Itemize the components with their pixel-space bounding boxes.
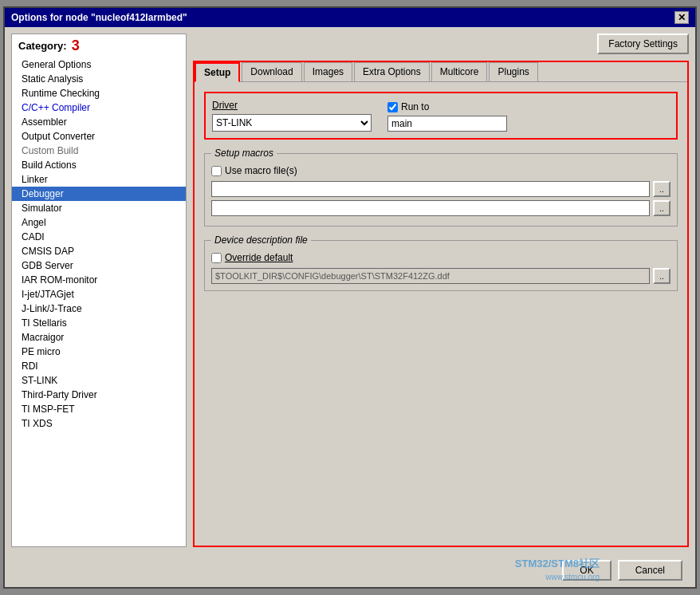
sidebar-item-third-party-driver[interactable]: Third-Party Driver — [12, 388, 186, 402]
sidebar-item-general-options[interactable]: General Options — [12, 57, 186, 72]
macro-input-2[interactable] — [211, 200, 650, 216]
device-browse-btn[interactable]: .. — [653, 268, 671, 284]
override-checkbox[interactable] — [211, 253, 222, 263]
sidebar-item-linker[interactable]: Linker — [12, 172, 186, 187]
run-to-input[interactable]: main — [387, 116, 507, 132]
sidebar-item-cmsis-dap[interactable]: CMSIS DAP — [12, 244, 186, 258]
tabs-row: Setup Download Images Extra Options Mult… — [195, 62, 687, 82]
sidebar-item-static-analysis[interactable]: Static Analysis — [12, 72, 186, 86]
sidebar: Category: 3 General Options Static Analy… — [11, 33, 187, 547]
sidebar-item-custom-build[interactable]: Custom Build — [12, 144, 186, 158]
main-panel: Factory Settings Setup Download Images E… — [193, 33, 689, 547]
sidebar-item-simulator[interactable]: Simulator — [12, 201, 186, 215]
driver-group: Driver ST-LINKSimulatorAngelCADICMSIS DA… — [212, 100, 372, 132]
sidebar-item-runtime-checking[interactable]: Runtime Checking — [12, 86, 186, 100]
run-to-group: Run to main — [387, 101, 507, 132]
cancel-button[interactable]: Cancel — [618, 560, 682, 581]
macro-browse-btn-2[interactable]: .. — [653, 200, 671, 216]
watermark: STM32/STM8社区 www.stmcu.org — [515, 557, 600, 584]
macro-input-row-1: .. — [211, 181, 671, 197]
setup-macros-legend: Setup macros — [211, 148, 277, 159]
tab-setup[interactable]: Setup — [195, 62, 240, 82]
sidebar-item-i-jet-jtagjet[interactable]: I-jet/JTAGjet — [12, 287, 186, 301]
dialog-body: Category: 3 General Options Static Analy… — [5, 27, 695, 554]
run-to-row: Run to — [387, 101, 507, 112]
category-label: Category: 3 — [12, 34, 186, 57]
macro-browse-btn-1[interactable]: .. — [653, 181, 671, 197]
override-row: Override default — [211, 252, 671, 263]
dialog-footer: STM32/STM8社区 www.stmcu.org OK Cancel — [5, 554, 695, 587]
main-dialog: Options for node "nucleof412Iarmbed" ✕ C… — [3, 6, 697, 589]
sidebar-item-debugger[interactable]: Debugger — [12, 187, 186, 201]
device-description-section: Device description file Override default… — [204, 234, 678, 291]
sidebar-item-ti-msp-fet[interactable]: TI MSP-FET — [12, 402, 186, 416]
device-input-row: $TOOLKIT_DIR$\CONFIG\debugger\ST\STM32F4… — [211, 268, 671, 284]
sidebar-item-ti-xds[interactable]: TI XDS — [12, 416, 186, 431]
category-number: 3 — [72, 37, 80, 54]
dialog-title: Options for node "nucleof412Iarmbed" — [11, 12, 187, 23]
driver-select[interactable]: ST-LINKSimulatorAngelCADICMSIS DAPGDB Se… — [212, 114, 372, 132]
run-to-checkbox[interactable] — [387, 102, 398, 112]
category-text: Category: — [18, 40, 67, 52]
tab-download[interactable]: Download — [242, 62, 301, 82]
sidebar-item-macraigor[interactable]: Macraigor — [12, 330, 186, 345]
sidebar-item-rdi[interactable]: RDI — [12, 359, 186, 373]
sidebar-item-angel[interactable]: Angel — [12, 215, 186, 230]
sidebar-item-gdb-server[interactable]: GDB Server — [12, 258, 186, 273]
sidebar-item-st-link[interactable]: ST-LINK — [12, 373, 186, 388]
sidebar-item-assembler[interactable]: Assembler — [12, 115, 186, 129]
setup-macros-section: Setup macros Use macro file(s) .. .. — [204, 148, 678, 227]
macro-input-row-2: .. — [211, 200, 671, 216]
tab-extra-options[interactable]: Extra Options — [354, 62, 430, 82]
override-label: Override default — [225, 252, 293, 263]
run-to-label: Run to — [401, 101, 429, 112]
macro-input-1[interactable] — [211, 181, 650, 197]
tab-plugins[interactable]: Plugins — [489, 62, 537, 82]
sidebar-item-cc-compiler[interactable]: C/C++ Compiler — [12, 100, 186, 115]
driver-label: Driver — [212, 100, 372, 111]
use-macro-label: Use macro file(s) — [225, 165, 297, 176]
device-file-input[interactable]: $TOOLKIT_DIR$\CONFIG\debugger\ST\STM32F4… — [211, 268, 650, 284]
sidebar-item-cadi[interactable]: CADI — [12, 230, 186, 244]
driver-select-row: ST-LINKSimulatorAngelCADICMSIS DAPGDB Se… — [212, 114, 372, 132]
factory-settings-button[interactable]: Factory Settings — [597, 33, 689, 54]
title-bar: Options for node "nucleof412Iarmbed" ✕ — [5, 8, 695, 27]
device-description-legend: Device description file — [211, 234, 311, 246]
tab-setup-content: Driver ST-LINKSimulatorAngelCADICMSIS DA… — [195, 82, 687, 546]
sidebar-item-output-converter[interactable]: Output Converter — [12, 129, 186, 144]
sidebar-item-ti-stellaris[interactable]: TI Stellaris — [12, 316, 186, 330]
close-button[interactable]: ✕ — [674, 11, 689, 24]
macro-checkbox-row: Use macro file(s) — [211, 165, 671, 176]
tab-multicore[interactable]: Multicore — [431, 62, 488, 82]
tab-images[interactable]: Images — [304, 62, 352, 82]
factory-btn-row: Factory Settings — [193, 33, 689, 54]
sidebar-item-pe-micro[interactable]: PE micro — [12, 345, 186, 359]
use-macro-checkbox[interactable] — [211, 166, 222, 176]
tabs-panel: Setup Download Images Extra Options Mult… — [193, 61, 689, 547]
driver-section: Driver ST-LINKSimulatorAngelCADICMSIS DA… — [204, 92, 678, 140]
sidebar-item-build-actions[interactable]: Build Actions — [12, 158, 186, 172]
sidebar-item-iar-rom-monitor[interactable]: IAR ROM-monitor — [12, 273, 186, 287]
sidebar-item-j-link-j-trace[interactable]: J-Link/J-Trace — [12, 301, 186, 316]
